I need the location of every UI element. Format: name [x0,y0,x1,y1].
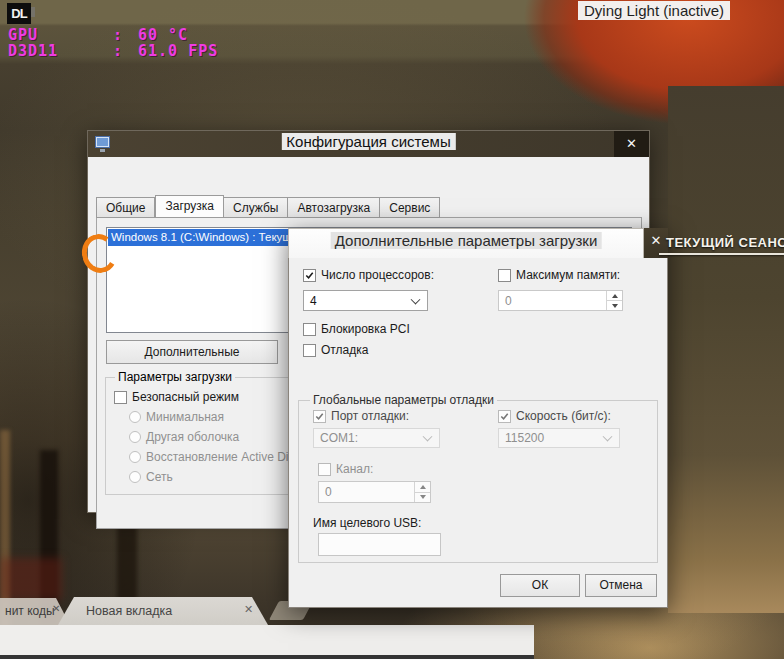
checkmark-icon [304,269,315,281]
tab-title: нит коды [5,604,55,618]
radio-active-directory-repair[interactable] [129,451,141,463]
safe-mode-label: Безопасный режим [132,390,239,404]
tab-strip: Общие Загрузка Службы Автозагрузка Серви… [96,195,440,218]
max-memory-label: Максимум памяти: [516,268,620,282]
dialog-title: Конфигурация системы [281,133,455,150]
spinner-down-button [415,493,430,503]
game-window-caption: Dying Light (inactive) [578,1,730,20]
channel-spinner: 0 [318,481,431,503]
cancel-button[interactable]: Отмена [585,574,657,597]
debug-checkbox[interactable] [303,344,316,357]
num-processors-checkbox[interactable] [303,269,316,282]
pci-lock-checkbox[interactable] [303,323,316,336]
chevron-down-icon [603,432,613,442]
safe-mode-checkbox[interactable] [114,391,127,404]
browser-toolbar: ats/add/?game=4958 off 5 IP [0,625,534,655]
close-button[interactable]: ✕ [644,228,668,254]
dialog-titlebar[interactable]: Конфигурация системы ✕ [88,131,649,157]
dropdown-value: 4 [310,294,317,308]
boot-options-group-label: Параметры загрузки [115,370,235,384]
radio-minimal-label: Минимальная [146,410,224,424]
browser-tab-newtab[interactable]: Новая вкладка ✕ [58,597,268,625]
radio-network[interactable] [129,471,141,483]
tab-general[interactable]: Общие [96,197,155,218]
spinner-up-button[interactable] [607,291,622,301]
osd-colon: : [113,42,123,60]
chevron-down-icon [411,294,421,304]
pci-lock-label: Блокировка PCI [321,322,410,336]
spinner-down-button[interactable] [607,301,622,310]
msconfig-app-icon [95,136,110,148]
osd-api-label: D3D11 [8,42,58,60]
spinner-buttons [606,291,622,310]
dialog-title: Дополнительные параметры загрузки [331,232,602,249]
osd-fps-value: 61.0 FPS [138,42,218,60]
baud-rate-checkbox[interactable] [498,410,511,423]
spinner-value: 0 [325,485,332,499]
dying-light-logo: DL [7,3,31,24]
tab-tools[interactable]: Сервис [380,197,440,218]
channel-checkbox [318,463,331,476]
tab-close-icon[interactable]: ✕ [52,603,60,614]
usb-target-label: Имя целевого USB: [313,516,421,530]
global-debug-group-label: Глобальные параметры отладки [310,393,497,407]
tab-boot[interactable]: Загрузка [155,195,224,218]
spinner-buttons [414,482,430,502]
debug-label: Отладка [321,343,368,357]
debug-port-label: Порт отладки: [331,409,409,423]
usb-target-input[interactable] [318,533,441,556]
spinner-down-icon [420,495,426,499]
spinner-up-button [415,482,430,493]
spinner-up-icon [420,485,426,489]
tab-startup[interactable]: Автозагрузка [288,197,380,218]
spinner-up-icon [612,294,618,298]
debug-port-dropdown: COM1: [313,428,440,448]
ok-button[interactable]: ОК [500,574,580,597]
max-memory-checkbox[interactable] [498,269,511,282]
chevron-down-icon [423,432,433,442]
dropdown-value: 115200 [505,431,544,445]
browser-tab-cheats[interactable]: нит коды ✕ [0,598,70,625]
debug-port-checkbox[interactable] [313,410,326,423]
num-processors-dropdown[interactable]: 4 [303,290,428,311]
advanced-boot-options-dialog: Дополнительные параметры загрузки ✕ Числ… [288,228,668,608]
max-memory-spinner[interactable]: 0 [498,290,623,311]
screen: нит коды ✕ Новая вкладка ✕ ats/add/?game… [0,0,784,659]
dropdown-value: COM1: [320,431,358,445]
tab-services[interactable]: Службы [224,197,288,218]
channel-label: Канал: [336,462,373,476]
radio-network-label: Сеть [146,470,173,484]
baud-rate-label: Скорость (бит/с): [516,409,611,423]
tab-title: Новая вкладка [86,604,172,618]
num-processors-label: Число процессоров: [321,268,434,282]
spinner-value: 0 [505,294,512,308]
close-button[interactable]: ✕ [614,131,649,157]
advanced-options-button[interactable]: Дополнительные параметры... [106,340,278,364]
radio-alternate-shell-label: Другая оболочка [146,430,239,444]
checkmark-icon [314,410,325,422]
tab-close-icon[interactable]: ✕ [244,603,253,616]
current-session-label: ТЕКУЩИЙ СЕАНС: [666,235,784,250]
browser-bottom-edge [0,655,534,659]
spinner-down-icon [612,304,618,308]
current-session-underline [659,253,784,255]
checkmark-icon [499,410,510,422]
radio-minimal[interactable] [129,411,141,423]
radio-alternate-shell[interactable] [129,431,141,443]
baud-rate-dropdown: 115200 [498,428,620,448]
